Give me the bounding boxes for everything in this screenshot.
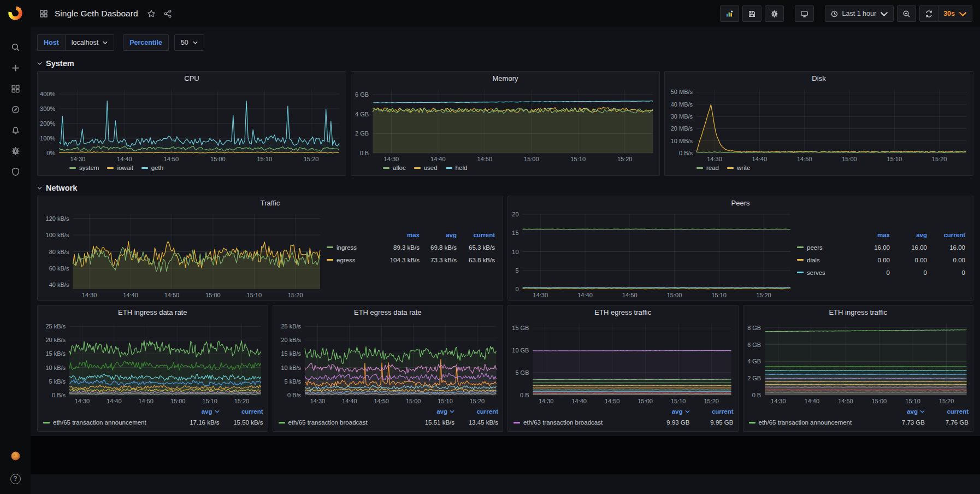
legend-item-alloc[interactable]: alloc [383,164,406,171]
svg-text:10 kB/s: 10 kB/s [45,364,66,371]
legend-row[interactable]: eth/65 transaction broadcast 15.51 kB/s … [279,417,499,428]
server-admin-shield-icon[interactable] [5,164,25,179]
panel-title[interactable]: ETH egress traffic [508,305,738,319]
legend-row-serves[interactable]: serves 0 0 0 [797,266,965,279]
refresh-dashboard-button[interactable] [919,5,938,22]
svg-text:14:40: 14:40 [117,156,132,162]
add-panel-button[interactable] [720,5,739,22]
legend-sort-avg[interactable]: avg [404,408,454,415]
help-button[interactable]: ? [5,471,25,486]
panel-memory: Memory 0 B2 GB4 GB6 GB14:3014:4014:5015:… [351,71,660,176]
svg-text:14:30: 14:30 [533,292,548,298]
legend-row-peers[interactable]: peers 16.00 16.00 16.00 [797,241,965,254]
svg-text:15 GB: 15 GB [512,325,529,331]
panel-title[interactable]: ETH ingress data rate [38,305,268,319]
zoom-out-time-range-button[interactable] [897,5,916,22]
legend-row[interactable]: eth/65 transaction announcement 7.73 GB … [749,417,969,428]
legend-item-iowait[interactable]: iowait [107,164,133,171]
legend-row-dials[interactable]: dials 0.00 0.00 0.00 [797,254,965,266]
legend-sort-avg[interactable]: avg [420,232,457,238]
variable-percentile-select[interactable]: 50 [174,34,204,51]
svg-text:14:50: 14:50 [164,156,179,162]
legend-sort-current[interactable]: current [457,232,495,238]
legend-item-write[interactable]: write [727,164,750,171]
panel-title[interactable]: CPU [38,72,346,85]
legend-sort-current[interactable]: current [454,408,498,415]
svg-text:100%: 100% [40,135,55,142]
legend-sort-avg[interactable]: avg [169,408,220,415]
gear-icon [770,10,778,18]
time-range-picker[interactable]: Last 1 hour [825,5,894,22]
panel-title[interactable]: Peers [508,196,973,210]
dashboards-grid-icon[interactable] [5,81,25,96]
refresh-interval-picker[interactable]: 30s [938,5,972,22]
legend-item-geth[interactable]: geth [141,164,163,171]
user-avatar[interactable] [5,448,25,463]
eth-egress-data-rate-chart[interactable]: 0 B/s5 kB/s10 kB/s15 kB/s20 kB/s25 kB/s1… [275,319,501,406]
panel-title[interactable]: ETH egress data rate [273,305,503,319]
legend-row-ingress[interactable]: ingress 89.3 kB/s 69.8 kB/s 65.3 kB/s [327,241,495,254]
svg-text:5: 5 [515,267,518,274]
svg-text:15:00: 15:00 [205,292,221,298]
legend-item-read[interactable]: read [696,164,719,171]
create-plus-icon[interactable] [5,60,25,75]
legend-sort-current[interactable]: current [925,408,969,415]
legend-row-egress[interactable]: egress 104.3 kB/s 73.3 kB/s 63.8 kB/s [327,254,495,266]
legend-sort-current[interactable]: current [927,232,965,238]
legend-sort-max[interactable]: max [847,232,890,238]
svg-text:300%: 300% [40,105,55,112]
legend-sort-current[interactable]: current [220,408,263,415]
svg-text:15:20: 15:20 [617,156,633,162]
share-dashboard-button[interactable] [162,8,173,19]
variable-host-select[interactable]: localhost [65,34,114,51]
svg-text:14:50: 14:50 [164,292,180,298]
save-dashboard-button[interactable] [742,5,761,22]
disk-time-series-chart[interactable]: 0 B/s10 MB/s20 MB/s30 MB/s40 MB/s50 MB/s… [667,85,971,164]
memory-time-series-chart[interactable]: 0 B2 GB4 GB6 GB14:3014:4014:5015:0015:10… [353,85,657,164]
eth-ingress-traffic-chart[interactable]: 0 B2 GB4 GB6 GB8 GB14:3014:4014:5015:001… [746,319,971,406]
svg-text:14:50: 14:50 [622,292,637,298]
legend-sort-max[interactable]: max [377,232,420,238]
search-icon[interactable] [5,39,25,55]
row-header-network[interactable]: Network [37,180,973,196]
panel-title[interactable]: Traffic [38,196,503,210]
legend-sort-avg[interactable]: avg [640,408,690,415]
dashboard-content: Host localhost Percentile 50 S [31,27,980,494]
traffic-time-series-chart[interactable]: 40 kB/s60 kB/s80 kB/s100 kB/s120 kB/s14:… [40,210,324,300]
legend-sort-current[interactable]: current [690,408,734,415]
dashboard-settings-button[interactable] [765,5,784,22]
explore-compass-icon[interactable] [5,102,25,117]
svg-text:14:40: 14:40 [577,292,593,298]
panel-title[interactable]: ETH ingress traffic [743,305,973,319]
svg-text:10: 10 [512,249,518,255]
panel-eth-ingress-data-rate: ETH ingress data rate 0 B/s5 kB/s10 kB/s… [37,305,268,432]
cycle-view-mode-button[interactable] [795,5,814,22]
panel-legend: avg current eth/63 transaction broadcast… [508,406,738,431]
row-header-system[interactable]: System [37,56,973,71]
legend-item-system[interactable]: system [69,164,99,171]
peers-time-series-chart[interactable]: 0510152014:3014:4014:5015:0015:1015:20 [510,210,795,300]
legend-sort-avg[interactable]: avg [890,232,927,238]
legend-sort-avg[interactable]: avg [875,408,925,415]
eth-ingress-data-rate-chart[interactable]: 0 B/s5 kB/s10 kB/s15 kB/s20 kB/s25 kB/s1… [40,319,265,406]
variable-host: Host localhost [37,34,114,51]
panel-title[interactable]: Memory [351,72,659,85]
star-dashboard-button[interactable] [146,8,157,19]
cpu-time-series-chart[interactable]: 0%100%200%300%400%14:3014:4014:5015:0015… [40,85,344,164]
alerting-bell-icon[interactable] [5,122,25,138]
svg-text:15:20: 15:20 [288,292,303,298]
legend-item-held[interactable]: held [446,164,468,171]
legend-row[interactable]: eth/65 transaction announcement 17.16 kB… [43,417,263,428]
legend-header: max avg current [797,228,965,241]
legend-item-used[interactable]: used [414,164,438,171]
grafana-app: ? Single Geth Dasboard [0,0,980,494]
legend-row[interactable]: eth/63 transaction broadcast 9.93 GB 9.9… [513,417,734,428]
grafana-flame-icon [7,5,23,21]
grafana-logo[interactable] [7,5,23,23]
variable-percentile: Percentile 50 [123,34,204,51]
eth-egress-traffic-chart[interactable]: 0 B5 GB10 GB15 GB14:3014:4014:5015:0015:… [510,319,736,406]
legend-header: avg current [279,406,499,417]
configuration-gear-icon[interactable] [5,143,25,158]
panel-title[interactable]: Disk [665,72,973,85]
svg-text:0 B: 0 B [752,392,760,398]
